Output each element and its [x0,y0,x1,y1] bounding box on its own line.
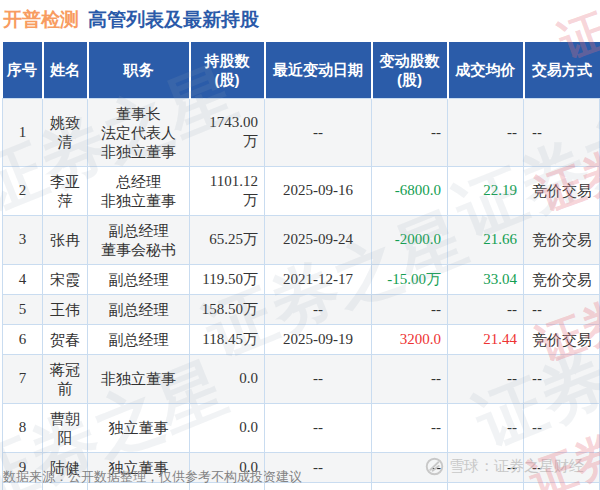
cell-price: 21.44 [448,324,524,354]
cell-position: 副总经理 [88,264,190,294]
cell-date: 2025-09-16 [265,166,372,215]
cell-no: 5 [3,294,43,324]
cell-date: -- [265,403,372,452]
cell-price: -- [448,482,524,490]
cell-method: 竞价交易 [524,166,600,215]
cell-name: 张冉 [43,215,88,264]
cell-no: 3 [3,215,43,264]
cell-no: 7 [3,354,43,403]
page-title: 开普检测高管列表及最新持股 [3,7,259,33]
cell-shares: 0.0 [190,403,265,452]
col-header-label: 职务 [90,60,188,79]
cell-no: 2 [3,166,43,215]
cell-date: -- [265,98,372,166]
col-header-sublabel: (股) [374,70,446,89]
cell-method: 竞价交易 [524,215,600,264]
cell-method: -- [524,98,600,166]
col-header-label: 变动股数 [374,51,446,70]
cell-change: -- [372,354,448,403]
table-header-row: 序号 姓名 职务 持股数(股) 最近变动日期 变动股数(股) 成交均价 交易方式 [3,42,600,98]
col-header-name: 姓名 [43,42,88,98]
holdings-table: 序号 姓名 职务 持股数(股) 最近变动日期 变动股数(股) 成交均价 交易方式… [2,42,600,490]
table-row: 4宋霞副总经理119.50万2021-12-17-15.00万33.04竞价交易 [3,264,600,294]
cell-price: 33.04 [448,264,524,294]
brand-text: 雪球：证券之星财经 [449,457,584,476]
cell-change: -- [372,98,448,166]
cell-name: 王伟 [43,294,88,324]
cell-price: -- [448,354,524,403]
col-header-label: 成交均价 [450,60,522,79]
cell-method: 竞价交易 [524,264,600,294]
cell-price: -- [448,98,524,166]
cell-position: 独立董事 [88,403,190,452]
col-header-date: 最近变动日期 [265,42,372,98]
cell-position: 非独立董事 [88,354,190,403]
cell-change: -- [372,482,448,490]
cell-change: -- [372,403,448,452]
cell-change: -15.00万 [372,264,448,294]
table-row: 5王伟副总经理158.50万-------- [3,294,600,324]
cell-position: 董事长法定代表人非独立董事 [88,98,190,166]
cell-method: 竞价交易 [524,324,600,354]
cell-shares: 1743.00万 [190,98,265,166]
cell-name: 曹朝阳 [43,403,88,452]
cell-date: -- [265,354,372,403]
page-subtitle: 高管列表及最新持股 [88,9,259,30]
cell-name: 姚致清 [43,98,88,166]
cell-no: 6 [3,324,43,354]
page: 开普检测高管列表及最新持股 序号 姓名 职务 持股数(股) 最近变动日期 变动股… [0,0,600,490]
col-header-change: 变动股数(股) [372,42,448,98]
table-row: 7蒋冠前非独立董事0.0-------- [3,354,600,403]
data-source-note: 数据来源：公开数据整理，仅供参考不构成投资建议 [3,468,302,486]
cell-price: -- [448,294,524,324]
cell-change: -6800.0 [372,166,448,215]
col-header-label: 最近变动日期 [267,60,370,79]
cell-method: -- [524,403,600,452]
table-row: 6贺春副总经理118.45万2025-09-193200.021.44竞价交易 [3,324,600,354]
col-header-label: 序号 [4,60,41,79]
col-header-method: 交易方式 [524,42,600,98]
cell-shares: 118.45万 [190,324,265,354]
table-row: 1姚致清董事长法定代表人非独立董事1743.00万-------- [3,98,600,166]
cell-method: -- [524,482,600,490]
cell-price: -- [448,403,524,452]
cell-shares: 65.25万 [190,215,265,264]
cell-shares: 158.50万 [190,294,265,324]
table-row: 2李亚萍总经理非独立董事1101.12万2025-09-16-6800.022.… [3,166,600,215]
cell-name: 贺春 [43,324,88,354]
cell-date: 2025-09-19 [265,324,372,354]
col-header-shares: 持股数(股) [190,42,265,98]
cell-position: 总经理非独立董事 [88,166,190,215]
cell-price: 21.66 [448,215,524,264]
col-header-no: 序号 [3,42,43,98]
cell-position: 副总经理 [88,324,190,354]
cell-change: -- [372,294,448,324]
cell-shares: 119.50万 [190,264,265,294]
col-header-price: 成交均价 [448,42,524,98]
stock-name: 开普检测 [3,9,79,30]
cell-no: 4 [3,264,43,294]
xueqiu-logo-icon [425,457,444,476]
cell-no: 1 [3,98,43,166]
cell-date: 2021-12-17 [265,264,372,294]
col-header-label: 姓名 [45,60,86,79]
cell-change: -2000.0 [372,215,448,264]
brand-watermark: 雪球：证券之星财经 [425,457,584,476]
cell-method: -- [524,294,600,324]
table-row: 3张冉副总经理董事会秘书65.25万2025-09-24-2000.021.66… [3,215,600,264]
col-header-label: 交易方式 [526,60,599,79]
col-header-position: 职务 [88,42,190,98]
cell-method: -- [524,354,600,403]
cell-position: 副总经理董事会秘书 [88,215,190,264]
cell-date: -- [265,294,372,324]
cell-shares: 1101.12万 [190,166,265,215]
col-header-label: 持股数 [192,51,263,70]
cell-shares: 0.0 [190,354,265,403]
cell-date: 2025-09-24 [265,215,372,264]
col-header-sublabel: (股) [192,70,263,89]
cell-position: 副总经理 [88,294,190,324]
cell-change: 3200.0 [372,324,448,354]
table-row: 8曹朝阳独立董事0.0-------- [3,403,600,452]
cell-no: 8 [3,403,43,452]
cell-name: 蒋冠前 [43,354,88,403]
